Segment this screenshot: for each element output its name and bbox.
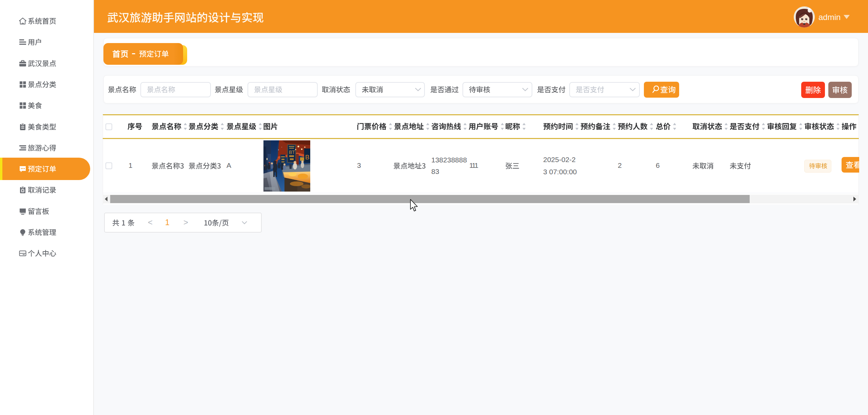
svg-text:BT: BT <box>289 150 295 155</box>
svg-text:B: B <box>305 154 310 161</box>
